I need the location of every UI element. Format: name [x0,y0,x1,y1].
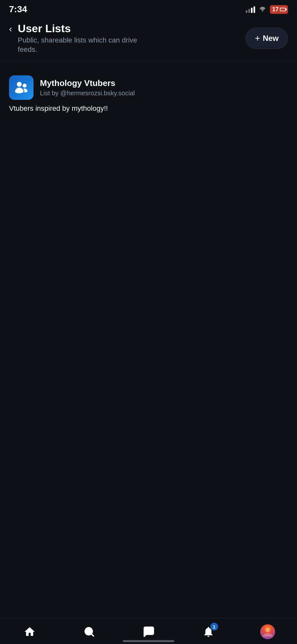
status-icons: 17 [246,5,288,14]
home-icon [22,624,37,639]
nav-search[interactable] [81,624,97,639]
nav-profile[interactable] [260,624,275,639]
header-title-block: User Lists Public, shareable lists which… [18,23,140,54]
svg-line-2 [92,634,94,636]
list-name: Mythology Vtubers [40,78,135,88]
header-divider [0,61,297,61]
svg-point-7 [265,628,270,632]
page-header: ‹ User Lists Public, shareable lists whi… [0,17,297,61]
bell-icon: 1 [201,624,216,639]
battery-level: 17 [272,6,279,13]
battery-indicator: 17 [270,5,288,14]
chat-icon [141,624,157,639]
list-author: List by @hermesrozsi.bsky.social [40,90,135,97]
wifi-icon [258,6,267,13]
page-title: User Lists [18,23,140,34]
svg-point-3 [147,630,148,631]
svg-point-1 [85,628,92,635]
plus-icon: + [255,33,260,43]
profile-avatar [260,624,275,639]
new-list-button[interactable]: + New [245,28,288,49]
status-bar: 7:34 17 [0,0,297,17]
svg-point-0 [262,11,263,12]
list-item[interactable]: Mythology Vtubers List by @hermesrozsi.b… [0,69,297,119]
svg-point-5 [150,630,151,631]
satellite-dish-icon [14,80,28,95]
notification-badge: 1 [210,623,218,630]
search-icon [81,624,97,639]
nav-home[interactable] [22,624,37,639]
status-time: 7:34 [9,4,27,14]
list-description: Vtubers inspired by mythology!! [9,104,288,113]
battery-icon [280,8,286,11]
back-button[interactable]: ‹ [9,24,12,33]
list-avatar [9,75,34,100]
list-info: Mythology Vtubers List by @hermesrozsi.b… [40,78,135,97]
nav-notifications[interactable]: 1 [201,624,216,639]
list-item-header: Mythology Vtubers List by @hermesrozsi.b… [9,75,288,100]
new-button-label: New [263,34,279,43]
home-indicator [123,640,174,642]
svg-point-4 [148,630,149,631]
page-subtitle: Public, shareable lists which can drive … [18,36,140,54]
nav-chat[interactable] [141,624,157,639]
header-left: ‹ User Lists Public, shareable lists whi… [9,23,140,54]
signal-icon [246,6,255,13]
